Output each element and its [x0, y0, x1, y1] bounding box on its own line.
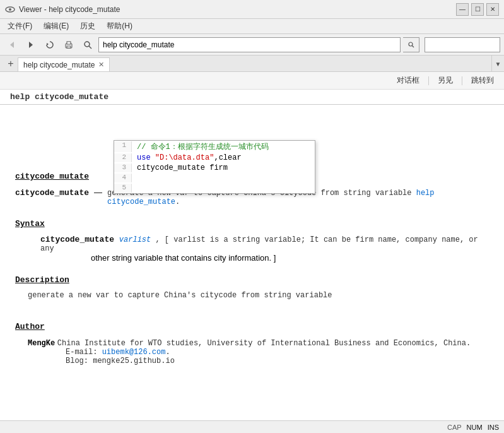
search-filter-input[interactable]	[425, 37, 500, 52]
svg-rect-7	[67, 46, 71, 48]
toolbar-separator-2	[462, 76, 462, 85]
tab-dropdown-button[interactable]: ▼	[491, 56, 504, 72]
syntax-line-1: citycode_mutate varlist , [ varlist is a…	[40, 235, 489, 253]
back-button[interactable]	[4, 37, 20, 53]
svg-rect-6	[67, 42, 71, 44]
forward-button[interactable]	[23, 37, 39, 53]
dialog-button[interactable]: 对话框	[392, 74, 425, 87]
section-description: Description generate a new var to captur…	[15, 275, 489, 300]
see-also-button[interactable]: 另见	[433, 74, 458, 87]
tab-bar: + help citycode_mutate ✕ ▼	[0, 56, 504, 72]
toolbar	[0, 34, 504, 56]
email-label: E-mail:	[66, 348, 97, 357]
line-number-1: 1	[114, 141, 132, 152]
section-syntax: Syntax citycode_mutate varlist , [ varli…	[15, 219, 489, 263]
title-bar: Viewer - help citycode_mutate — ☐ ✕	[0, 0, 504, 19]
line-number-5: 5	[114, 184, 132, 193]
autocomplete-row-5: 5	[114, 183, 315, 193]
author-line: MengKe China Institute for WTO studies, …	[28, 338, 489, 348]
help-title-section: help citycode_mutate	[0, 90, 504, 105]
line-number-3: 3	[114, 163, 132, 172]
cap-status: CAP	[447, 424, 462, 431]
line-number-4: 4	[114, 174, 132, 182]
section-author: Author MengKe China Institute for WTO st…	[15, 322, 489, 365]
svg-marker-4	[47, 43, 49, 45]
autocomplete-row-1: 1 // 命令1：根据字符生成统一城市代码	[114, 141, 315, 153]
restore-button[interactable]: ☐	[471, 3, 484, 16]
author-blog-line: Blog: mengke25.github.io	[66, 357, 489, 365]
svg-line-9	[89, 46, 91, 49]
menu-edit[interactable]: 编辑(E)	[38, 20, 74, 33]
author-email-line: E-mail: uibemk@126.com.	[66, 348, 489, 357]
autocomplete-row-4: 4	[114, 173, 315, 183]
description-heading: Description	[15, 275, 489, 285]
syntax-heading: Syntax	[15, 219, 489, 228]
autocomplete-row-2: 2 use "D:\data.dta",clear	[114, 153, 315, 163]
help-title: help citycode_mutate	[10, 92, 108, 102]
minimize-button[interactable]: —	[456, 3, 469, 16]
find-button[interactable]	[79, 37, 96, 53]
menu-bar: 文件(F) 编辑(E) 历史 帮助(H)	[0, 19, 504, 34]
toolbar-separator	[428, 76, 429, 85]
email-period: .	[165, 348, 170, 357]
blog-label: Blog:	[66, 357, 88, 365]
description-text: generate a new var to capture China's ci…	[28, 291, 489, 300]
svg-point-8	[85, 42, 90, 47]
active-tab[interactable]: help citycode_mutate ✕	[18, 57, 110, 71]
app-icon	[5, 4, 15, 15]
close-button[interactable]: ✕	[486, 3, 499, 16]
svg-point-1	[9, 8, 11, 11]
status-bar: CAP NUM INS	[0, 420, 504, 433]
line-number-2: 2	[114, 153, 132, 162]
window-title: Viewer - help citycode_mutate	[19, 5, 120, 14]
num-status: NUM	[467, 424, 483, 431]
svg-line-11	[412, 45, 414, 47]
author-heading: Author	[15, 322, 489, 331]
author-name: MengKe	[28, 339, 55, 348]
syntax-varlist: varlist	[119, 235, 151, 244]
line-content-4	[132, 174, 315, 182]
tab-label: help citycode_mutate	[23, 61, 95, 69]
line-content-2: use "D:\data.dta",clear	[132, 153, 315, 162]
syntax-cmd-name: citycode_mutate	[40, 235, 119, 244]
blog-url: mengke25.github.io	[93, 357, 175, 365]
refresh-button[interactable]	[42, 37, 58, 53]
print-button[interactable]	[61, 37, 77, 53]
jump-to-button[interactable]: 跳转到	[466, 74, 499, 87]
menu-history[interactable]: 历史	[75, 20, 100, 33]
search-submit-button[interactable]	[403, 37, 419, 52]
em-dash: —	[94, 187, 102, 197]
line-content-3: citycode_mutate firm	[132, 163, 315, 172]
tab-close-button[interactable]: ✕	[98, 61, 104, 69]
autocomplete-row-3: 3 citycode_mutate firm	[114, 163, 315, 173]
new-tab-button[interactable]: +	[4, 57, 18, 70]
line-content-1: // 命令1：根据字符生成统一城市代码	[132, 141, 315, 152]
menu-file[interactable]: 文件(F)	[3, 20, 37, 33]
cmd-name: citycode_mutate	[15, 188, 89, 198]
svg-point-10	[409, 42, 413, 46]
author-affiliation-text: China Institute for WTO studies, Univers…	[57, 339, 471, 348]
syntax-block: citycode_mutate varlist , [ varlist is a…	[28, 235, 489, 263]
syntax-line-2: other string variable that contains city…	[91, 253, 489, 263]
email-link[interactable]: uibemk@126.com	[102, 348, 166, 357]
autocomplete-popup[interactable]: 1 // 命令1：根据字符生成统一城市代码 2 use "D:\data.dta…	[114, 140, 315, 194]
svg-marker-2	[10, 42, 14, 48]
window-controls: — ☐ ✕	[456, 3, 499, 16]
ins-status: INS	[488, 424, 499, 431]
content-area[interactable]: 1 // 命令1：根据字符生成统一城市代码 2 use "D:\data.dta…	[0, 105, 504, 420]
author-block: MengKe China Institute for WTO studies, …	[28, 338, 489, 365]
secondary-toolbar: 对话框 另见 跳转到	[0, 72, 504, 90]
search-input[interactable]	[98, 37, 401, 52]
line-content-5	[132, 184, 315, 193]
menu-help[interactable]: 帮助(H)	[102, 20, 138, 33]
svg-marker-3	[29, 42, 33, 48]
